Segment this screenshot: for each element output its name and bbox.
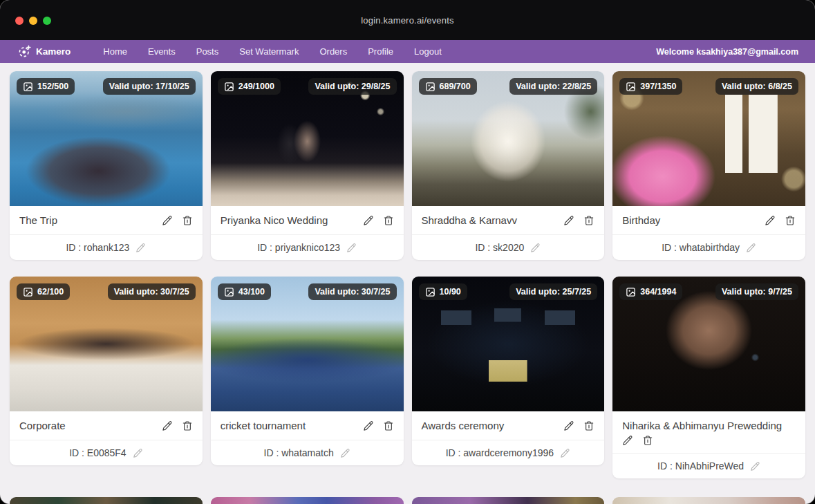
edit-event-button[interactable] bbox=[363, 420, 374, 431]
edit-id-button[interactable] bbox=[530, 243, 541, 253]
event-card[interactable] bbox=[211, 497, 404, 504]
trash-icon bbox=[182, 215, 193, 226]
delete-event-button[interactable] bbox=[785, 215, 796, 226]
events-grid-next-row bbox=[10, 497, 805, 504]
event-card[interactable]: 689/700 Valid upto: 22/8/25 Shraddha & K… bbox=[412, 71, 605, 260]
photos-icon bbox=[626, 82, 636, 92]
edit-id-button[interactable] bbox=[560, 448, 570, 458]
trash-icon bbox=[182, 420, 193, 431]
event-card[interactable]: 397/1350 Valid upto: 6/8/25 Birthday ID … bbox=[612, 71, 805, 260]
delete-event-button[interactable] bbox=[182, 215, 193, 226]
event-cover-photo[interactable]: 397/1350 Valid upto: 6/8/25 bbox=[612, 71, 805, 206]
event-card[interactable]: 62/100 Valid upto: 30/7/25 Corporate ID … bbox=[10, 277, 203, 465]
validity-badge: Valid upto: 25/7/25 bbox=[509, 283, 597, 300]
event-cover-photo[interactable]: 43/100 Valid upto: 30/7/25 bbox=[211, 277, 404, 411]
event-id: ID : whatamatch bbox=[264, 447, 334, 458]
pencil-icon bbox=[530, 243, 541, 253]
nav-item-posts[interactable]: Posts bbox=[186, 40, 229, 63]
events-grid: 152/500 Valid upto: 17/10/25 The Trip ID… bbox=[10, 71, 805, 478]
edit-id-button[interactable] bbox=[133, 448, 143, 458]
delete-event-button[interactable] bbox=[182, 420, 193, 431]
event-id: ID : rohank123 bbox=[66, 242, 129, 253]
edit-event-button[interactable] bbox=[765, 215, 776, 226]
event-card[interactable] bbox=[612, 497, 805, 504]
card-actions bbox=[563, 215, 594, 226]
card-actions bbox=[363, 420, 394, 431]
event-id-row: ID : whatabirthday bbox=[612, 234, 805, 260]
close-window-button[interactable] bbox=[15, 17, 24, 25]
maximize-window-button[interactable] bbox=[43, 17, 51, 25]
event-title: Niharika & Abhimanyu Prewedding bbox=[622, 418, 796, 433]
event-cover-photo[interactable]: 62/100 Valid upto: 30/7/25 bbox=[10, 277, 203, 411]
trash-icon bbox=[383, 420, 394, 431]
edit-id-button[interactable] bbox=[135, 243, 146, 253]
event-id-row: ID : awardceremony1996 bbox=[412, 440, 605, 465]
validity-badge: Valid upto: 30/7/25 bbox=[308, 283, 396, 300]
delete-event-button[interactable] bbox=[583, 420, 594, 431]
edit-id-button[interactable] bbox=[346, 243, 357, 253]
nav-item-home[interactable]: Home bbox=[93, 40, 138, 63]
event-title: The Trip bbox=[19, 213, 162, 227]
event-title: cricket tournament bbox=[221, 418, 363, 433]
nav-item-events[interactable]: Events bbox=[138, 40, 186, 63]
nav-item-orders[interactable]: Orders bbox=[309, 40, 357, 63]
event-title: Shraddha & Karnavv bbox=[422, 213, 564, 227]
edit-event-button[interactable] bbox=[563, 215, 574, 226]
event-card[interactable] bbox=[412, 497, 605, 504]
event-cover-photo[interactable]: 364/1994 Valid upto: 9/7/25 bbox=[612, 277, 805, 411]
event-cover-photo[interactable]: 10/90 Valid upto: 25/7/25 bbox=[412, 277, 605, 411]
nav-item-logout[interactable]: Logout bbox=[404, 40, 452, 63]
event-title: Birthday bbox=[622, 213, 765, 227]
delete-event-button[interactable] bbox=[383, 215, 394, 226]
validity-badge: Valid upto: 29/8/25 bbox=[308, 78, 396, 95]
edit-id-button[interactable] bbox=[340, 448, 350, 458]
edit-event-button[interactable] bbox=[563, 420, 574, 431]
event-card[interactable]: 364/1994 Valid upto: 9/7/25 Niharika & A… bbox=[612, 277, 805, 478]
event-cover-photo[interactable]: 689/700 Valid upto: 22/8/25 bbox=[412, 71, 605, 206]
window-titlebar: login.kamero.ai/events bbox=[0, 0, 815, 40]
trash-icon bbox=[583, 420, 594, 431]
event-title-row: Corporate bbox=[10, 411, 203, 440]
brand-logo[interactable]: Kamero bbox=[18, 45, 71, 58]
event-id: ID : E0085F4 bbox=[69, 447, 127, 458]
photo-count-badge: 397/1350 bbox=[619, 78, 682, 95]
trash-icon bbox=[785, 215, 796, 226]
edit-id-button[interactable] bbox=[746, 243, 756, 253]
delete-event-button[interactable] bbox=[642, 435, 653, 446]
card-actions bbox=[765, 215, 796, 226]
edit-event-button[interactable] bbox=[162, 420, 173, 431]
event-card[interactable]: 152/500 Valid upto: 17/10/25 The Trip ID… bbox=[10, 71, 203, 260]
event-card[interactable]: 249/1000 Valid upto: 29/8/25 Priyanka Ni… bbox=[211, 71, 404, 260]
pencil-icon bbox=[750, 461, 760, 472]
photo-count-badge: 10/90 bbox=[419, 283, 467, 300]
pencil-icon bbox=[162, 420, 173, 431]
card-actions bbox=[162, 215, 193, 226]
delete-event-button[interactable] bbox=[583, 215, 594, 226]
event-card[interactable]: 43/100 Valid upto: 30/7/25 cricket tourn… bbox=[211, 277, 404, 465]
edit-event-button[interactable] bbox=[162, 215, 173, 226]
edit-id-button[interactable] bbox=[750, 461, 760, 472]
nav-item-set-watermark[interactable]: Set Watermark bbox=[229, 40, 309, 63]
event-title: Awards ceremony bbox=[422, 418, 564, 433]
pencil-icon bbox=[133, 448, 143, 458]
event-cover-photo[interactable]: 249/1000 Valid upto: 29/8/25 bbox=[211, 71, 404, 206]
event-title-row: cricket tournament bbox=[211, 411, 404, 440]
event-id: ID : NihAbhiPreWed bbox=[657, 460, 744, 472]
event-card[interactable]: 10/90 Valid upto: 25/7/25 Awards ceremon… bbox=[412, 277, 605, 465]
event-card[interactable] bbox=[10, 497, 203, 504]
pencil-icon bbox=[560, 448, 570, 458]
nav-item-profile[interactable]: Profile bbox=[357, 40, 404, 63]
edit-event-button[interactable] bbox=[622, 435, 633, 446]
event-title-row: Priyanka Nico Wedding bbox=[211, 206, 404, 234]
validity-badge: Valid upto: 9/7/25 bbox=[715, 283, 798, 300]
event-cover-photo[interactable]: 152/500 Valid upto: 17/10/25 bbox=[10, 71, 203, 206]
event-title-row: Birthday bbox=[612, 206, 805, 234]
photos-icon bbox=[425, 287, 435, 297]
validity-badge: Valid upto: 6/8/25 bbox=[715, 78, 798, 95]
validity-badge: Valid upto: 17/10/25 bbox=[103, 78, 196, 95]
pencil-icon bbox=[135, 243, 146, 253]
delete-event-button[interactable] bbox=[383, 420, 394, 431]
edit-event-button[interactable] bbox=[363, 215, 374, 226]
pencil-icon bbox=[162, 215, 173, 226]
minimize-window-button[interactable] bbox=[29, 17, 37, 25]
